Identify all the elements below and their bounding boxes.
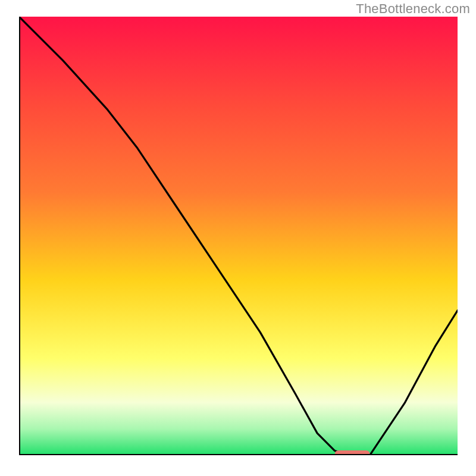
chart-svg — [19, 17, 458, 455]
chart-frame: TheBottleneck.com — [0, 0, 476, 476]
watermark-text: TheBottleneck.com — [356, 1, 470, 17]
gradient-background — [19, 17, 458, 455]
plot-area — [19, 17, 458, 455]
